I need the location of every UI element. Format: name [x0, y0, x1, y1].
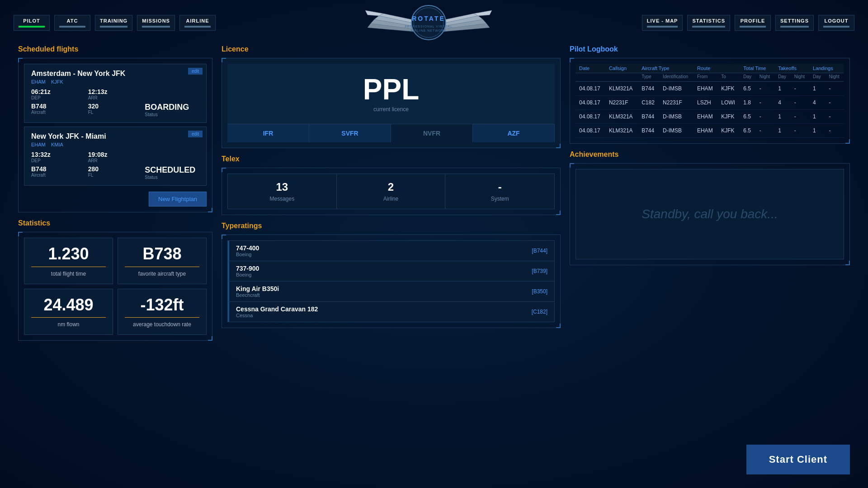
logbook-total-night-3: - — [756, 124, 774, 138]
flight-edit-btn-0[interactable]: edit — [188, 68, 203, 75]
top-nav: PILOT ATC TRAINING MISSIONS AIRLINE — [0, 0, 868, 45]
typerating-name-0: 747-400 — [236, 244, 259, 252]
flight-dep-0: 06:21z DEP — [31, 88, 86, 100]
nav-btn-atc[interactable]: ATC — [54, 15, 90, 31]
nav-bar-training — [100, 26, 127, 28]
flight-status-0: BOARDING Status — [145, 103, 199, 117]
logbook-landings-night-1: - — [826, 96, 844, 110]
licence-type: PPL — [239, 75, 543, 104]
telex-airline-label: Airline — [344, 196, 439, 202]
typerating-name-3: Cessna Grand Caravan 182 — [236, 305, 318, 313]
logbook-type-2: B744 — [638, 110, 659, 124]
flight-airports-0: EHAM KJFK — [31, 79, 199, 84]
stat-card-2: 24.489 nm flown — [24, 289, 113, 335]
nav-label-live-map: LIVE - MAP — [647, 18, 678, 23]
nav-bar-live-map — [647, 26, 678, 28]
rating-azf[interactable]: AZF — [473, 124, 555, 142]
logo-area: ROTATE PROFESSIONAL VIRTUAL AIRLINE NETW… — [216, 2, 642, 43]
logbook-callsign-2: KLM321A — [605, 110, 638, 124]
logbook-date-0: 04.08.17 — [576, 82, 605, 96]
logo-svg: ROTATE PROFESSIONAL VIRTUAL AIRLINE NETW… — [338, 2, 519, 43]
typerating-0[interactable]: 747-400 Boeing [B744] — [228, 241, 554, 261]
logbook-landings-night-3: - — [826, 124, 844, 138]
typerating-info-3: Cessna Grand Caravan 182 Cessna — [236, 305, 318, 318]
licence-main: PPL current licence — [227, 64, 555, 124]
typerating-list: 747-400 Boeing [B744] 737-900 Boeing [B7… — [227, 240, 555, 322]
rating-nvfr[interactable]: NVFR — [391, 124, 473, 142]
sub-from: From — [693, 73, 717, 82]
nav-bar-airline — [184, 26, 211, 28]
logbook-to-1: LOWI — [717, 96, 740, 110]
typerating-info-1: 737-900 Boeing — [236, 265, 259, 277]
logbook-callsign-1: N2231F — [605, 96, 638, 110]
nav-btn-airline[interactable]: AIRLINE — [179, 15, 216, 31]
logbook-row-0: 04.08.17 KLM321A B744 D-IMSB EHAM KJFK 6… — [576, 82, 844, 96]
stat-value-2: 24.489 — [31, 296, 106, 318]
nav-btn-pilot[interactable]: PILOT — [14, 15, 50, 31]
sub-landings-night: Night — [826, 73, 844, 82]
stat-value-1: B738 — [125, 245, 199, 267]
nav-btn-missions[interactable]: MISSIONS — [137, 15, 175, 31]
logbook-identification-3: D-IMSB — [659, 124, 693, 138]
flight-card-0: edit Amsterdam - New York JFK EHAM KJFK … — [24, 64, 207, 123]
flight-edit-btn-1[interactable]: edit — [188, 131, 203, 137]
telex-title: Telex — [222, 155, 561, 163]
typerating-3[interactable]: Cessna Grand Caravan 182 Cessna [C182] — [228, 302, 554, 322]
nav-btn-statistics[interactable]: STATISTICS — [687, 15, 730, 31]
stat-value-0: 1.230 — [31, 245, 106, 267]
rating-svfr[interactable]: SVFR — [309, 124, 391, 142]
logbook-to-2: KJFK — [717, 110, 740, 124]
typerating-1[interactable]: 737-900 Boeing [B739] — [228, 261, 554, 282]
nav-btn-settings[interactable]: SETTINGS — [775, 15, 814, 31]
logbook-takeoffs-day-1: 4 — [774, 96, 791, 110]
telex-system[interactable]: - System — [445, 174, 554, 209]
typeratings-panel: 747-400 Boeing [B744] 737-900 Boeing [B7… — [222, 235, 561, 328]
telex-system-value: - — [452, 181, 547, 193]
logbook-row-3: 04.08.17 KLM321A B744 D-IMSB EHAM KJFK 6… — [576, 124, 844, 138]
nav-bar-atc — [59, 26, 85, 28]
nav-btn-live-map[interactable]: LIVE - MAP — [642, 15, 683, 31]
scheduled-flights-section: Scheduled flights edit Amsterdam - New Y… — [18, 45, 212, 212]
telex-messages[interactable]: 13 Messages — [228, 174, 337, 209]
logbook-landings-day-1: 4 — [809, 96, 826, 110]
stats-grid: 1.230 total flight time B738 favorite ai… — [24, 238, 207, 335]
telex-airline-value: 2 — [344, 181, 439, 193]
nav-bar-pilot — [19, 26, 45, 28]
nav-bar-settings — [780, 26, 809, 28]
nav-btn-logout[interactable]: LOGOUT — [818, 15, 854, 31]
typerating-name-1: 737-900 — [236, 265, 259, 272]
typerating-manufacturer-1: Boeing — [236, 272, 259, 277]
scheduled-flights-panel: edit Amsterdam - New York JFK EHAM KJFK … — [18, 58, 212, 212]
nav-label-atc: ATC — [59, 18, 85, 23]
nav-label-settings: SETTINGS — [780, 18, 809, 23]
col-date: Date — [576, 64, 605, 73]
logbook-takeoffs-night-1: - — [791, 96, 809, 110]
logbook-total-time-0: 6.5 — [740, 82, 756, 96]
right-column: Pilot Logbook Date Callsign Aircraft Typ… — [570, 45, 850, 474]
nav-bar-logout — [823, 26, 849, 28]
typerating-code-1: [B739] — [532, 268, 547, 274]
start-client-button[interactable]: Start Client — [746, 445, 850, 474]
logbook-header-row: Date Callsign Aircraft Type Route Total … — [576, 64, 844, 73]
logbook-title: Pilot Logbook — [570, 45, 850, 53]
sub-to: To — [717, 73, 740, 82]
col-total-time: Total Time — [740, 64, 774, 73]
nav-btn-training[interactable]: TRAINING — [95, 15, 132, 31]
typerating-2[interactable]: King Air B350i Beechcraft [B350] — [228, 282, 554, 302]
telex-grid: 13 Messages 2 Airline - System — [227, 174, 555, 209]
logbook-landings-day-3: 1 — [809, 124, 826, 138]
logbook-takeoffs-night-3: - — [791, 124, 809, 138]
nav-btn-profile[interactable]: PROFILE — [735, 15, 771, 31]
telex-airline[interactable]: 2 Airline — [337, 174, 446, 209]
nav-left: PILOT ATC TRAINING MISSIONS AIRLINE — [14, 15, 216, 31]
new-flightplan-button[interactable]: New Flightplan — [149, 192, 207, 206]
logbook-date-1: 04.08.17 — [576, 96, 605, 110]
flight-fl-1: 280 FL — [88, 165, 143, 180]
flight-route-1: New York JFK - Miami — [31, 132, 199, 141]
rating-ifr[interactable]: IFR — [227, 124, 309, 142]
logbook-callsign-0: KLM321A — [605, 82, 638, 96]
nav-label-training: TRAINING — [100, 18, 127, 23]
stat-value-3: -132ft — [125, 296, 199, 318]
logbook-total-time-2: 6.5 — [740, 110, 756, 124]
typerating-code-2: [B350] — [532, 288, 547, 295]
